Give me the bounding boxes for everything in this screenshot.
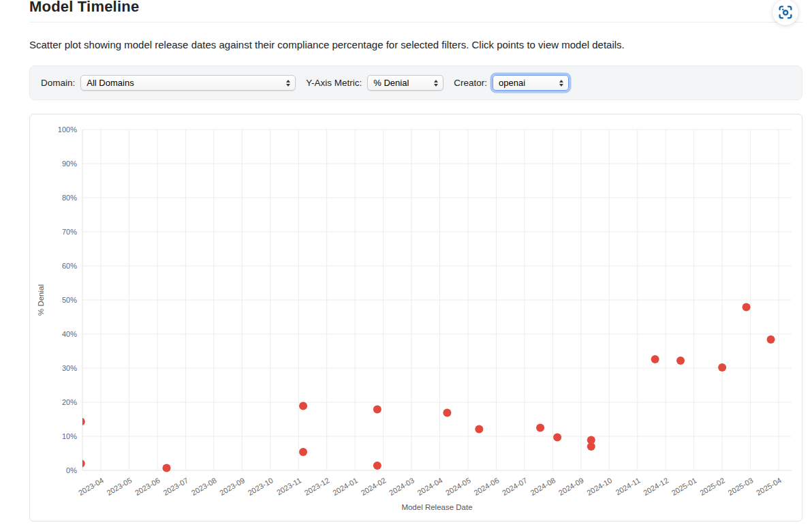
- x-axis-tick-label: 2023-07: [161, 477, 189, 498]
- x-axis-tick-label: 2024-10: [585, 477, 613, 498]
- scatter-point[interactable]: [743, 303, 751, 312]
- y-axis-tick-label: 0%: [66, 466, 77, 474]
- domain-select-value: All Domains: [87, 78, 134, 88]
- x-axis-tick-label: 2024-07: [501, 477, 529, 498]
- scatter-point[interactable]: [163, 464, 171, 472]
- x-axis-tick-label: 2024-09: [557, 477, 585, 498]
- chart-card: 0%10%20%30%40%50%60%70%80%90%100%2023-04…: [29, 114, 802, 522]
- x-axis-tick-label: 2024-01: [331, 477, 359, 498]
- domain-label: Domain:: [41, 78, 75, 88]
- page-title: Model Timeline: [29, 0, 802, 16]
- y-axis-tick-label: 10%: [62, 432, 77, 440]
- x-axis-tick-label: 2023-11: [275, 477, 302, 497]
- y-axis-tick-label: 60%: [62, 262, 77, 270]
- scatter-point[interactable]: [767, 335, 775, 344]
- y-axis-tick-label: 100%: [58, 125, 77, 134]
- x-axis-tick-label: 2025-04: [755, 477, 783, 498]
- x-axis-tick-label: 2023-12: [303, 477, 331, 498]
- y-axis-tick-label: 80%: [62, 194, 77, 202]
- x-axis-tick-label: 2024-06: [472, 477, 500, 498]
- title-divider: [29, 22, 802, 22]
- scatter-point[interactable]: [443, 409, 451, 417]
- creator-select[interactable]: openai: [493, 75, 569, 91]
- x-axis-tick-label: 2025-03: [727, 477, 755, 498]
- scatter-point[interactable]: [718, 363, 726, 372]
- x-axis-tick-label: 2024-03: [388, 477, 416, 498]
- creator-label: Creator:: [454, 78, 487, 88]
- y-axis-tick-label: 20%: [62, 398, 77, 406]
- page: Model Timeline Scatter plot showing mode…: [29, 0, 802, 522]
- scatter-point[interactable]: [373, 406, 381, 414]
- x-axis-tick-label: 2023-08: [190, 477, 218, 498]
- scatter-point[interactable]: [651, 355, 659, 363]
- scatter-point[interactable]: [587, 442, 595, 451]
- y-axis-tick-label: 90%: [62, 160, 77, 168]
- y-axis-tick-label: 30%: [62, 364, 77, 372]
- y-metric-select-value: % Denial: [373, 78, 409, 88]
- x-axis-tick-label: 2023-05: [105, 477, 133, 498]
- domain-select[interactable]: All Domains: [80, 75, 296, 91]
- viewfinder-icon: [777, 4, 794, 20]
- x-axis-tick-label: 2024-11: [614, 477, 641, 497]
- domain-filter-group: Domain: All Domains: [41, 75, 296, 91]
- scatter-chart[interactable]: 0%10%20%30%40%50%60%70%80%90%100%2023-04…: [30, 115, 802, 521]
- filter-bar: Domain: All Domains Y-Axis Metric: % Den…: [29, 65, 802, 100]
- scatter-point[interactable]: [553, 434, 561, 442]
- x-axis-title: Model Release Date: [401, 503, 472, 511]
- x-axis-tick-label: 2023-06: [134, 477, 161, 498]
- x-axis-tick-label: 2024-04: [416, 477, 444, 498]
- y-metric-filter-group: Y-Axis Metric: % Denial: [306, 75, 443, 91]
- x-axis-tick-label: 2023-10: [247, 477, 275, 498]
- creator-filter-group: Creator: openai: [454, 75, 569, 91]
- scatter-point[interactable]: [299, 448, 307, 456]
- x-axis-tick-label: 2025-01: [670, 477, 698, 498]
- scatter-point[interactable]: [475, 425, 483, 434]
- scatter-point[interactable]: [77, 459, 85, 468]
- select-stepper-icon: [434, 80, 438, 87]
- x-axis-tick-label: 2025-02: [698, 477, 726, 498]
- scatter-point[interactable]: [536, 424, 544, 432]
- x-axis-tick-label: 2024-02: [360, 477, 388, 498]
- scatter-point[interactable]: [77, 418, 85, 426]
- select-stepper-icon: [559, 80, 563, 87]
- y-axis-tick-label: 40%: [62, 330, 77, 338]
- scatter-point[interactable]: [676, 357, 685, 365]
- y-axis-tick-label: 70%: [62, 228, 77, 236]
- page-description: Scatter plot showing model release dates…: [29, 39, 802, 50]
- scatter-point[interactable]: [299, 402, 307, 410]
- screenshot-button[interactable]: [772, 0, 798, 25]
- select-stepper-icon: [286, 80, 290, 87]
- creator-select-value: openai: [499, 78, 525, 88]
- x-axis-tick-label: 2024-05: [444, 477, 472, 498]
- scatter-point[interactable]: [373, 462, 381, 470]
- y-axis-tick-label: 50%: [62, 296, 77, 304]
- y-metric-label: Y-Axis Metric:: [306, 78, 362, 88]
- x-axis-tick-label: 2023-04: [77, 477, 105, 498]
- y-axis-title: % Denial: [37, 284, 45, 316]
- x-axis-tick-label: 2023-09: [218, 477, 246, 498]
- x-axis-tick-label: 2024-12: [642, 477, 670, 498]
- y-metric-select[interactable]: % Denial: [367, 75, 443, 91]
- x-axis-tick-label: 2024-08: [529, 477, 557, 498]
